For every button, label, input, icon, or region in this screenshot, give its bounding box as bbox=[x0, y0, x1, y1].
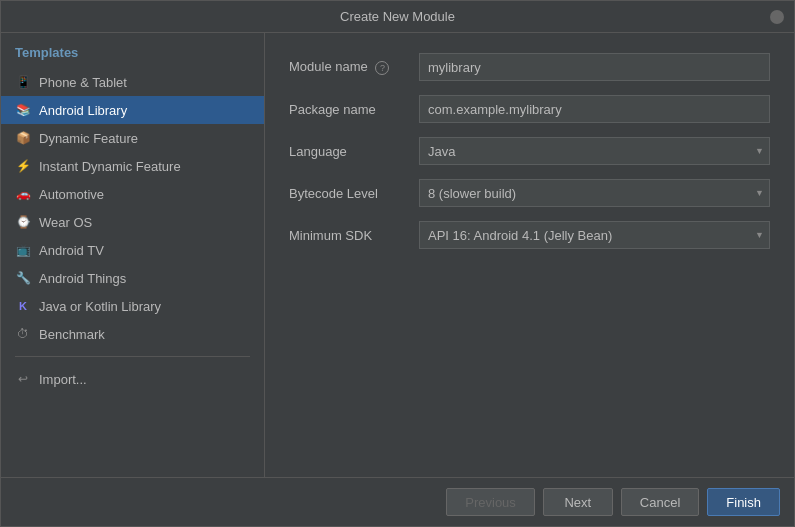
sidebar-item-label: Instant Dynamic Feature bbox=[39, 159, 181, 174]
sidebar-item-import[interactable]: ↩ Import... bbox=[1, 365, 264, 393]
dialog-title: Create New Module bbox=[340, 9, 455, 24]
benchmark-icon: ⏱ bbox=[15, 326, 31, 342]
sidebar-item-label: Dynamic Feature bbox=[39, 131, 138, 146]
bytecode-select[interactable]: 8 (slower build) 7 bbox=[419, 179, 770, 207]
sidebar-item-automotive[interactable]: 🚗 Automotive bbox=[1, 180, 264, 208]
language-row: Language Java Kotlin bbox=[289, 137, 770, 165]
cancel-button[interactable]: Cancel bbox=[621, 488, 699, 516]
content-area: Templates 📱 Phone & Tablet 📚 Android Lib… bbox=[1, 33, 794, 477]
bytecode-label: Bytecode Level bbox=[289, 186, 409, 201]
min-sdk-select[interactable]: API 16: Android 4.1 (Jelly Bean) API 21:… bbox=[419, 221, 770, 249]
instant-dynamic-icon: ⚡ bbox=[15, 158, 31, 174]
sidebar-item-label: Android TV bbox=[39, 243, 104, 258]
android-tv-icon: 📺 bbox=[15, 242, 31, 258]
sidebar-divider bbox=[15, 356, 250, 357]
package-name-input[interactable] bbox=[419, 95, 770, 123]
sidebar-item-label: Java or Kotlin Library bbox=[39, 299, 161, 314]
import-icon: ↩ bbox=[15, 371, 31, 387]
sidebar-item-android-things[interactable]: 🔧 Android Things bbox=[1, 264, 264, 292]
next-button[interactable]: Next bbox=[543, 488, 613, 516]
sidebar-item-android-tv[interactable]: 📺 Android TV bbox=[1, 236, 264, 264]
sidebar-item-label: Automotive bbox=[39, 187, 104, 202]
sidebar-item-android-library[interactable]: 📚 Android Library bbox=[1, 96, 264, 124]
android-things-icon: 🔧 bbox=[15, 270, 31, 286]
automotive-icon: 🚗 bbox=[15, 186, 31, 202]
module-name-label: Module name ? bbox=[289, 59, 409, 75]
sidebar: Templates 📱 Phone & Tablet 📚 Android Lib… bbox=[1, 33, 265, 477]
language-label: Language bbox=[289, 144, 409, 159]
package-name-row: Package name bbox=[289, 95, 770, 123]
sidebar-item-wear-os[interactable]: ⌚ Wear OS bbox=[1, 208, 264, 236]
bytecode-select-wrapper: 8 (slower build) 7 bbox=[419, 179, 770, 207]
sidebar-section-title: Templates bbox=[1, 33, 264, 68]
phone-tablet-icon: 📱 bbox=[15, 74, 31, 90]
finish-button[interactable]: Finish bbox=[707, 488, 780, 516]
close-button[interactable] bbox=[770, 10, 784, 24]
min-sdk-label: Minimum SDK bbox=[289, 228, 409, 243]
dynamic-feature-icon: 📦 bbox=[15, 130, 31, 146]
sidebar-item-label: Benchmark bbox=[39, 327, 105, 342]
language-select[interactable]: Java Kotlin bbox=[419, 137, 770, 165]
kotlin-library-icon: K bbox=[15, 298, 31, 314]
module-name-help-icon[interactable]: ? bbox=[375, 61, 389, 75]
sidebar-item-label: Android Library bbox=[39, 103, 127, 118]
main-panel: Module name ? Package name Language Java… bbox=[265, 33, 794, 477]
android-library-icon: 📚 bbox=[15, 102, 31, 118]
module-name-input[interactable] bbox=[419, 53, 770, 81]
module-name-row: Module name ? bbox=[289, 53, 770, 81]
sidebar-item-label: Import... bbox=[39, 372, 87, 387]
title-bar: Create New Module bbox=[1, 1, 794, 33]
sidebar-item-label: Wear OS bbox=[39, 215, 92, 230]
package-name-label: Package name bbox=[289, 102, 409, 117]
dialog-footer: Previous Next Cancel Finish bbox=[1, 477, 794, 526]
sidebar-item-label: Phone & Tablet bbox=[39, 75, 127, 90]
sidebar-item-kotlin-library[interactable]: K Java or Kotlin Library bbox=[1, 292, 264, 320]
sidebar-item-phone-tablet[interactable]: 📱 Phone & Tablet bbox=[1, 68, 264, 96]
sidebar-item-instant-dynamic[interactable]: ⚡ Instant Dynamic Feature bbox=[1, 152, 264, 180]
min-sdk-row: Minimum SDK API 16: Android 4.1 (Jelly B… bbox=[289, 221, 770, 249]
sidebar-item-label: Android Things bbox=[39, 271, 126, 286]
sidebar-item-dynamic-feature[interactable]: 📦 Dynamic Feature bbox=[1, 124, 264, 152]
dialog: Create New Module Templates 📱 Phone & Ta… bbox=[0, 0, 795, 527]
wear-os-icon: ⌚ bbox=[15, 214, 31, 230]
bytecode-row: Bytecode Level 8 (slower build) 7 bbox=[289, 179, 770, 207]
min-sdk-select-wrapper: API 16: Android 4.1 (Jelly Bean) API 21:… bbox=[419, 221, 770, 249]
language-select-wrapper: Java Kotlin bbox=[419, 137, 770, 165]
previous-button[interactable]: Previous bbox=[446, 488, 535, 516]
sidebar-item-benchmark[interactable]: ⏱ Benchmark bbox=[1, 320, 264, 348]
